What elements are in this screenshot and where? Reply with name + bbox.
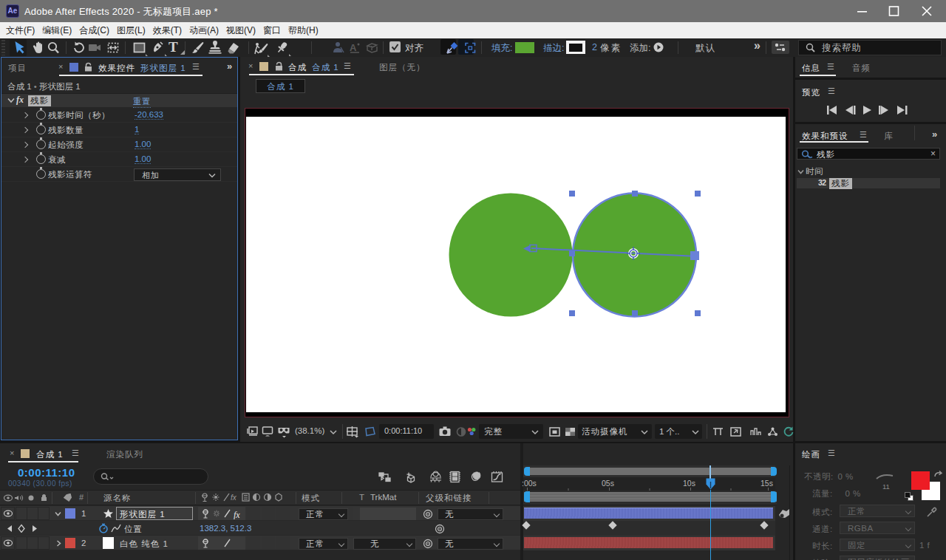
svg-text:fx: fx xyxy=(231,494,237,502)
svg-text:A: A xyxy=(350,42,357,53)
svg-text:fx: fx xyxy=(234,510,240,520)
